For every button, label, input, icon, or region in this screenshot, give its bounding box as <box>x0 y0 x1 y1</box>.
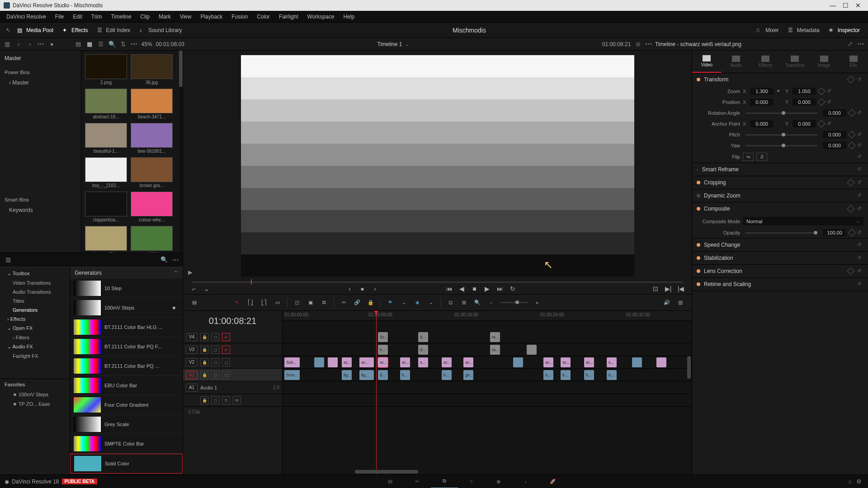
fx-video-transitions[interactable]: Video Transitions <box>0 278 70 287</box>
marker-blue-icon[interactable]: ◆ <box>411 297 423 309</box>
timeline-clip[interactable]: sc... <box>342 357 352 367</box>
prev-frame-button[interactable]: ◀ <box>457 283 467 294</box>
viewer-options-icon[interactable]: ••• <box>645 41 652 47</box>
power-bin-master[interactable]: › Master <box>0 78 81 88</box>
keyframe-icon[interactable] <box>847 267 855 275</box>
mark-dropdown-icon[interactable]: ⌄ <box>201 283 212 294</box>
timeline-clip[interactable]: sc... <box>463 357 473 367</box>
audio-solo-button[interactable]: S <box>222 396 230 404</box>
menu-mark[interactable]: Mark <box>154 14 175 20</box>
timeline-selector[interactable]: Timeline 1 <box>377 41 402 47</box>
insert-icon[interactable]: ◫ <box>291 297 303 309</box>
timeline-clip[interactable]: Soli... <box>284 357 300 367</box>
track-a1-select[interactable]: A1 <box>186 384 198 392</box>
play-button[interactable]: ▶ <box>482 283 493 294</box>
rotation-input[interactable]: 0.000 <box>823 109 846 117</box>
cursor-icon[interactable]: ↖ <box>4 26 13 35</box>
menu-workspace[interactable]: Workspace <box>303 14 339 20</box>
timeline-clip[interactable] <box>632 357 642 367</box>
enable-dot[interactable] <box>697 282 700 286</box>
yaw-slider[interactable] <box>745 145 817 146</box>
timeline-options-icon[interactable]: ▥ <box>675 297 686 309</box>
zoom-in-icon[interactable]: + <box>531 297 543 309</box>
timeline-clip[interactable]: lig... <box>359 370 374 380</box>
inspector-tab-audio[interactable]: Audio <box>722 51 751 73</box>
anchor-x-input[interactable]: 0.000 <box>750 120 774 127</box>
speed-header[interactable]: Speed Change↺ <box>692 239 868 251</box>
reset-icon[interactable]: ↺ <box>857 76 863 83</box>
menu-view[interactable]: View <box>175 14 196 20</box>
timeline-clip[interactable]: sc... <box>378 357 388 367</box>
bin-master[interactable]: Master <box>0 52 81 64</box>
enable-dot[interactable] <box>697 207 700 211</box>
media-item[interactable]: abstract-18... <box>85 89 127 119</box>
track-v3-row[interactable]: b...d...ra... <box>283 343 692 356</box>
inspector-toggle[interactable]: ✳Inspector <box>824 25 864 35</box>
reset-icon[interactable]: ↺ <box>857 154 863 160</box>
track-v2-row[interactable]: Soli...sc...sc...sc...sc...s...sc...sc..… <box>283 356 692 369</box>
fusion-page-button[interactable]: ⊹ <box>458 475 485 488</box>
zoom-level[interactable]: 45% <box>142 41 152 47</box>
keyframe-icon[interactable] <box>847 76 855 84</box>
power-bins-header[interactable]: Power Bins <box>0 67 81 78</box>
timeline-clip[interactable]: b... <box>543 370 553 380</box>
prev-edit-icon[interactable]: |◀ <box>675 283 686 294</box>
list-view-icon[interactable]: ☰ <box>97 40 104 49</box>
timeline-clip[interactable]: Scre... <box>284 370 300 380</box>
transform-section-header[interactable]: Transform ↺ <box>692 73 868 86</box>
media-item[interactable]: 36.jpg <box>131 54 173 85</box>
reset-icon[interactable]: ↺ <box>857 179 863 186</box>
menu-fusion[interactable]: Fusion <box>227 14 252 20</box>
yaw-input[interactable]: 0.000 <box>823 142 846 149</box>
zoom-slider[interactable] <box>500 302 528 303</box>
track-v1-row[interactable]: Scre...lig...lig...S...b...b...gir...b..… <box>283 369 692 381</box>
track-lock-icon[interactable]: 🔒 <box>200 358 208 366</box>
lock-icon[interactable]: 🔒 <box>365 297 377 309</box>
track-disable-icon[interactable]: ⊘ <box>222 346 230 354</box>
last-frame-button[interactable]: ⏭ <box>495 283 505 294</box>
timeline-clip[interactable]: ra... <box>490 345 500 355</box>
keyframe-icon[interactable] <box>848 142 856 150</box>
options-icon[interactable]: ••• <box>38 41 45 47</box>
mixer-toggle[interactable]: ⎍Mixer <box>752 25 783 35</box>
flip-v-button[interactable]: ⇵ <box>756 153 767 161</box>
timeline-clip[interactable]: b... <box>442 370 452 380</box>
track-v2-select[interactable]: V2 <box>186 358 198 366</box>
menu-fairlight[interactable]: Fairlight <box>274 14 303 20</box>
menu-davinci[interactable]: DaVinci Resolve <box>2 14 51 20</box>
audio-mute-button[interactable]: M <box>233 396 241 404</box>
chevron-down-icon[interactable]: ⌄ <box>405 41 409 47</box>
timeline-v-scrollbar[interactable] <box>687 356 691 379</box>
track-auto-icon[interactable]: ◻ <box>211 358 219 366</box>
keyframe-icon[interactable] <box>848 131 856 139</box>
inspector-tab-image[interactable]: Image <box>809 51 839 73</box>
inspector-tab-transition[interactable]: Transition <box>780 51 809 73</box>
audio-lock-icon[interactable]: 🔒 <box>200 396 208 404</box>
color-page-button[interactable]: ◉ <box>485 475 512 488</box>
reset-icon[interactable]: ↺ <box>857 206 863 212</box>
generator-item[interactable]: EBU Color Bar <box>70 376 183 395</box>
sound-library-toggle[interactable]: ♪Sound Library <box>135 25 187 35</box>
inspector-tab-file[interactable]: File <box>839 51 868 73</box>
fx-search-icon[interactable]: 🔍 <box>160 255 169 264</box>
timeline-ruler[interactable]: 01:00:00:00 01:00:08:00 01:00:16:00 01:0… <box>283 311 692 321</box>
track-lock-icon[interactable]: 🔒 <box>200 346 208 354</box>
generator-item[interactable]: BT.2111 Color Bar PQ F... <box>70 337 183 357</box>
media-item[interactable]: 2.png <box>85 54 127 85</box>
timeline-h-scrollbar[interactable] <box>355 470 418 474</box>
smart-bins-header[interactable]: Smart Bins <box>0 194 81 205</box>
timeline-clip[interactable]: lig... <box>342 370 352 380</box>
menu-color[interactable]: Color <box>252 14 274 20</box>
keyframe-dot-icon[interactable]: ● <box>357 283 368 294</box>
overwrite-icon[interactable]: ▣ <box>305 297 316 309</box>
track-v4-select[interactable]: V4 <box>186 333 198 341</box>
timeline-clip[interactable]: ra... <box>490 332 500 342</box>
reset-icon[interactable]: ↺ <box>857 142 863 149</box>
track-disable-icon[interactable]: ⊘ <box>222 333 230 341</box>
fx-options-icon[interactable]: ••• <box>172 257 179 263</box>
cropping-header[interactable]: Cropping↺ <box>692 176 868 189</box>
media-page-button[interactable]: ▤ <box>377 475 404 488</box>
timeline-clip[interactable]: sc... <box>442 357 452 367</box>
transform-enable-dot[interactable] <box>697 78 700 81</box>
prev-clip-icon[interactable]: ‹ <box>344 283 355 294</box>
